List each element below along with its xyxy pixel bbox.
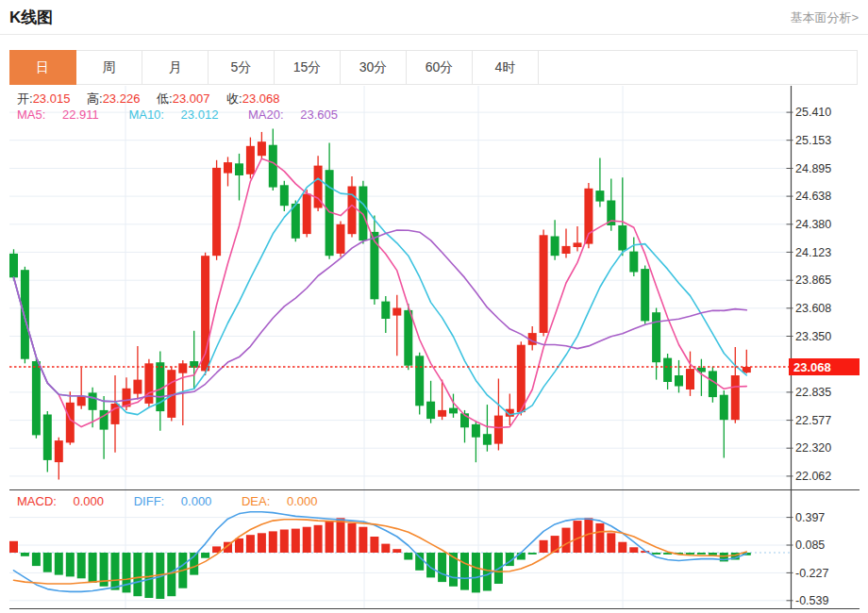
macd-bar: [292, 529, 300, 553]
candle: [292, 201, 300, 242]
macd-bar: [55, 553, 63, 575]
candle: [472, 421, 480, 462]
macd-bar: [528, 553, 537, 555]
candle: [326, 142, 334, 258]
axis-tick-label: 24.895: [795, 162, 831, 175]
macd-bar: [483, 553, 492, 591]
ma-header: MA5: 22.911 MA10: 23.012 MA20: 23.605: [17, 108, 364, 122]
candle: [697, 359, 706, 396]
candle: [675, 360, 683, 393]
last-price-badge-label: 23.068: [793, 360, 831, 374]
axis-tick-label: 23.350: [795, 330, 831, 343]
macd-bar: [32, 553, 41, 566]
macd-bar: [280, 530, 289, 554]
candle: [652, 308, 660, 380]
dea-value: DEA: 0.000: [242, 494, 331, 508]
macd-bar: [460, 553, 469, 590]
candle: [629, 238, 638, 277]
candle: [731, 347, 740, 423]
candle: [133, 346, 142, 400]
close-label: 收:: [226, 91, 242, 106]
macd-bar: [326, 522, 334, 553]
ma5-value: MA5: 22.911: [17, 108, 112, 122]
macd-bar: [9, 541, 18, 553]
axis-tick-label: 24.123: [795, 246, 831, 259]
low-label: 低:: [157, 91, 173, 106]
candle: [55, 438, 63, 480]
high-label: 高:: [87, 91, 103, 106]
macd-bar: [337, 518, 345, 553]
macd-bar: [517, 553, 526, 560]
macd-bar: [652, 553, 660, 555]
diff-value: DIFF: 0.000: [134, 494, 225, 508]
macd-bar: [246, 535, 255, 553]
ohlc-header: 开:23.015 高:23.226 低:23.007 收:23.068: [17, 91, 292, 108]
macd-bar: [629, 547, 638, 553]
macd-bar: [618, 542, 626, 553]
axis-tick-label: -0.539: [795, 594, 828, 607]
candle: [483, 405, 492, 452]
macd-bar: [595, 523, 604, 553]
macd-bar: [303, 527, 311, 553]
macd-bar: [89, 553, 97, 583]
candle: [21, 267, 29, 364]
macd-bar: [201, 553, 209, 558]
macd-bar: [381, 544, 390, 553]
macd-value: MACD: 0.000: [17, 494, 117, 508]
candle: [32, 358, 41, 439]
macd-bar: [438, 553, 446, 582]
last-price-badge: 23.068: [789, 358, 860, 375]
macd-bar: [123, 553, 131, 592]
axis-tick-label: 24.638: [795, 190, 831, 203]
ma20-value: MA20: 23.605: [248, 108, 351, 122]
candle: [111, 375, 120, 453]
macd-bar: [697, 553, 706, 555]
axis-tick-label: 24.380: [795, 218, 831, 231]
macd-bar: [562, 528, 571, 553]
candle: [574, 226, 582, 252]
macd-bar: [392, 549, 401, 553]
candle: [190, 331, 198, 389]
axis-labels: 25.41025.15324.89524.63824.38024.12323.8…: [787, 106, 832, 607]
axis-tick-label: 25.410: [795, 106, 831, 119]
macd-bar: [43, 553, 52, 572]
axis-tick-label: 22.835: [795, 386, 831, 399]
macd-bar: [269, 531, 277, 553]
macd-bar: [133, 553, 142, 596]
macd-bar: [359, 527, 367, 553]
macd-header: MACD: 0.000 DIFF: 0.000 DEA: 0.000: [17, 494, 344, 508]
candle: [494, 379, 503, 451]
candle: [709, 367, 717, 403]
open-label: 开:: [17, 91, 33, 106]
macd-bar: [472, 553, 480, 592]
low-value: 23.007: [173, 91, 210, 106]
candle: [280, 181, 289, 211]
high-value: 23.226: [103, 91, 141, 106]
candle: [641, 266, 649, 324]
candle: [595, 158, 604, 207]
macd-bar: [235, 538, 243, 553]
ma10-value: MA10: 23.012: [128, 108, 231, 122]
candle: [370, 216, 378, 306]
candle: [584, 183, 593, 248]
candle: [392, 295, 401, 356]
macd-bar: [607, 533, 615, 553]
candle: [618, 177, 626, 256]
candle: [224, 157, 232, 186]
macd-bar: [111, 553, 120, 590]
candle: [212, 160, 221, 260]
candle: [303, 190, 311, 238]
axis-tick-label: 23.865: [795, 273, 831, 287]
open-value: 23.015: [33, 91, 71, 106]
panel-borders: [9, 86, 860, 609]
candle: [201, 253, 209, 375]
macd-bar: [686, 553, 694, 555]
macd-bar: [415, 553, 424, 571]
candle: [43, 411, 52, 472]
candle: [551, 220, 559, 260]
macd-bar: [348, 523, 357, 553]
macd-bar: [709, 553, 717, 555]
macd-bar: [404, 553, 412, 560]
axis-tick-label: 23.608: [795, 302, 831, 315]
macd-bar: [21, 553, 29, 556]
